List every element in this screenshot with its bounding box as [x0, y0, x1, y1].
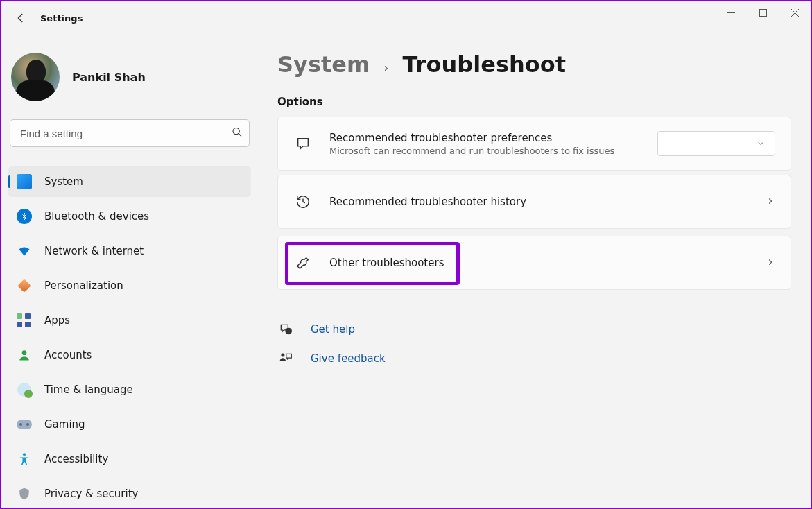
sidebar-item-label: Network & internet [44, 245, 144, 257]
system-icon [17, 174, 32, 189]
apps-icon [17, 313, 32, 328]
chevron-right-icon [766, 257, 775, 270]
accessibility-icon [17, 451, 32, 467]
back-arrow-icon [15, 12, 27, 24]
svg-rect-1 [759, 9, 766, 16]
history-icon [293, 194, 313, 209]
sidebar-item-label: Bluetooth & devices [44, 210, 149, 223]
sidebar-item-time-language[interactable]: Time & language [8, 374, 251, 405]
search-wrapper [10, 119, 250, 147]
card-recommended-preferences[interactable]: Recommended troubleshooter preferences M… [277, 117, 791, 171]
personalization-icon [17, 278, 32, 293]
feedback-icon [277, 352, 294, 365]
breadcrumb-parent[interactable]: System [277, 51, 370, 78]
close-icon [791, 9, 799, 17]
sidebar-item-label: System [44, 175, 83, 188]
maximize-icon [759, 9, 767, 17]
privacy-icon [17, 486, 32, 501]
sidebar-item-label: Gaming [44, 418, 85, 431]
minimize-button[interactable] [715, 1, 747, 24]
sidebar-item-label: Privacy & security [44, 488, 138, 500]
card-other-troubleshooters[interactable]: Other troubleshooters [277, 236, 791, 290]
sidebar-item-personalization[interactable]: Personalization [8, 270, 251, 301]
card-subtitle: Microsoft can recommend and run troubles… [329, 146, 641, 156]
back-button[interactable] [7, 4, 35, 32]
card-title: Other troubleshooters [329, 257, 749, 269]
avatar [11, 53, 60, 101]
wrench-icon [293, 255, 313, 270]
user-name: Pankil Shah [72, 71, 146, 84]
sidebar-item-bluetooth[interactable]: Bluetooth & devices [8, 201, 251, 232]
sidebar-item-label: Personalization [44, 279, 123, 292]
get-help-link[interactable]: Get help [311, 323, 355, 336]
main-content: System › Troubleshoot Options Recommende… [258, 35, 811, 508]
close-button[interactable] [779, 1, 811, 24]
give-feedback-row: Give feedback [277, 344, 791, 373]
titlebar: Settings [1, 1, 811, 35]
svg-text:?: ? [288, 329, 290, 334]
sidebar-item-privacy[interactable]: Privacy & security [8, 478, 251, 509]
window-controls [715, 1, 811, 24]
sidebar-item-label: Accessibility [44, 453, 108, 465]
wifi-icon [17, 243, 32, 259]
sidebar-item-label: Time & language [44, 383, 133, 396]
chevron-right-icon [766, 196, 775, 209]
breadcrumb: System › Troubleshoot [277, 51, 791, 78]
card-title: Recommended troubleshooter preferences [329, 132, 641, 144]
svg-point-6 [22, 350, 27, 355]
card-troubleshooter-history[interactable]: Recommended troubleshooter history [277, 175, 791, 229]
sidebar-item-network[interactable]: Network & internet [8, 236, 251, 266]
sidebar-item-accessibility[interactable]: Accessibility [8, 444, 251, 474]
sidebar-item-system[interactable]: System [8, 166, 251, 197]
chevron-right-icon: › [383, 60, 388, 75]
minimize-icon [727, 9, 735, 17]
search-button[interactable] [232, 127, 243, 140]
svg-line-5 [239, 134, 241, 137]
svg-point-10 [281, 354, 284, 357]
accounts-icon [17, 347, 32, 363]
svg-point-7 [23, 453, 26, 456]
chat-icon [293, 136, 313, 151]
help-links: ? Get help Give feedback [277, 315, 791, 373]
search-input[interactable] [10, 119, 250, 147]
sidebar-item-label: Accounts [44, 349, 92, 361]
preferences-dropdown[interactable] [657, 131, 775, 156]
sidebar-item-label: Apps [44, 314, 70, 327]
get-help-row: ? Get help [277, 315, 791, 344]
breadcrumb-current: Troubleshoot [403, 51, 567, 78]
search-icon [232, 127, 243, 138]
give-feedback-link[interactable]: Give feedback [311, 352, 386, 365]
sidebar-item-gaming[interactable]: Gaming [8, 409, 251, 440]
sidebar-item-apps[interactable]: Apps [8, 305, 251, 336]
window-title: Settings [40, 13, 83, 24]
section-heading: Options [277, 96, 791, 108]
chevron-down-icon [757, 139, 765, 148]
sidebar: Pankil Shah System Bluetooth & devices [1, 35, 258, 508]
time-language-icon [17, 382, 32, 397]
svg-point-4 [233, 128, 239, 135]
help-icon: ? [277, 322, 294, 336]
sidebar-item-accounts[interactable]: Accounts [8, 340, 251, 370]
gaming-icon [17, 417, 32, 432]
user-block[interactable]: Pankil Shah [8, 35, 251, 119]
sidebar-nav: System Bluetooth & devices Network & int… [8, 166, 251, 509]
bluetooth-icon [17, 209, 32, 224]
maximize-button[interactable] [747, 1, 779, 24]
card-title: Recommended troubleshooter history [329, 196, 749, 208]
